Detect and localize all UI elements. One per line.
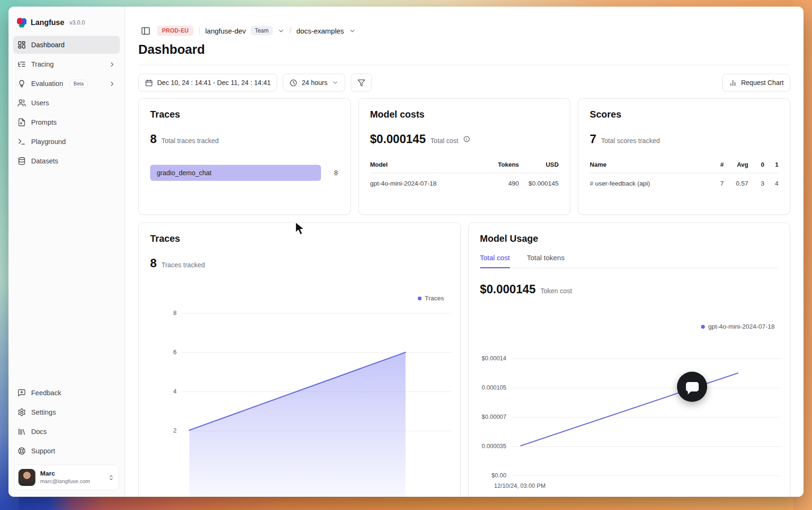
scores-card: Scores 7 Total scores tracked Name # Avg… [578, 98, 790, 215]
library-icon [17, 427, 26, 436]
toolbar: Dec 10, 24 : 14:41 - Dec 11, 24 : 14:41 … [125, 65, 804, 92]
summary-cards-row: Traces 8 Total traces tracked gradio_dem… [125, 92, 804, 215]
model-costs-table: Model Tokens USD gpt-4o-mini-2024-07-18 … [370, 161, 559, 187]
column-header: 0 [748, 161, 764, 168]
tokens-cell: 490 [486, 180, 519, 187]
chat-widget-button[interactable] [677, 372, 707, 402]
model-name-cell: gpt-4o-mini-2024-07-18 [370, 180, 486, 187]
score-one-cell: 4 [764, 180, 778, 187]
line-series [480, 339, 750, 497]
traces-line-chart: 8 6 4 2 [150, 306, 452, 497]
model-costs-card: Model costs $0.000145 Total cost Model T… [358, 98, 571, 215]
page-title: Dashboard [138, 42, 790, 57]
traces-chart-count: 8 [150, 256, 157, 270]
score-name-cell: # user-feedback (api) [590, 180, 705, 187]
sidebar-spacer [13, 170, 120, 384]
sidebar-item-support[interactable]: Support [13, 442, 120, 460]
chart-legend: gpt-4o-mini-2024-07-18 [701, 323, 775, 330]
app-version: v3.0.0 [69, 19, 85, 26]
sidebar-item-label: Settings [31, 408, 56, 416]
sidebar-item-label: Support [31, 447, 55, 455]
sidebar-item-feedback[interactable]: Feedback [13, 384, 120, 402]
area-series [150, 306, 419, 497]
scores-count: 7 [590, 132, 596, 146]
sidebar-item-prompts[interactable]: Prompts [13, 113, 120, 131]
chevron-right-icon [109, 61, 116, 68]
column-header: Avg [724, 161, 748, 168]
dashboard-grid-icon [17, 41, 26, 49]
column-header: Tokens [486, 161, 519, 168]
traces-summary-card: Traces 8 Total traces tracked gradio_dem… [138, 98, 351, 215]
bar-chart-icon [729, 79, 737, 87]
tab-total-cost[interactable]: Total cost [480, 254, 510, 268]
chevron-down-icon[interactable] [349, 27, 356, 34]
request-chart-button[interactable]: Request Chart [722, 74, 790, 92]
table-row: gpt-4o-mini-2024-07-18 490 $0.000145 [370, 173, 559, 187]
file-icon [17, 118, 26, 127]
list-tree-icon [17, 60, 26, 68]
legend-label: gpt-4o-mini-2024-07-18 [708, 323, 775, 330]
org-name[interactable]: langfuse-dev [205, 27, 246, 35]
app-window: Langfuse v3.0.0 Dashboard Tracing Evalua… [8, 7, 804, 497]
chat-bubble-icon [686, 382, 699, 391]
sidebar-item-label: Users [31, 99, 49, 107]
calendar-icon [145, 79, 153, 87]
message-plus-icon [17, 389, 26, 397]
sidebar-item-evaluation[interactable]: Evaluation Beta [13, 75, 120, 93]
sidebar-item-users[interactable]: Users [13, 94, 120, 112]
sidebar-item-dashboard[interactable]: Dashboard [13, 36, 120, 54]
org-type-badge[interactable]: Team [251, 26, 273, 35]
request-chart-label: Request Chart [741, 79, 784, 86]
usd-cell: $0.000145 [519, 180, 558, 187]
breadcrumb: PROD-EU langfuse-dev Team / docs-example… [138, 24, 790, 38]
filter-button[interactable] [351, 74, 372, 92]
sidebar-bottom-nav: Feedback Settings Docs Support [13, 384, 120, 460]
sidebar-item-label: Docs [31, 428, 47, 435]
total-cost-value: $0.000145 [370, 132, 426, 146]
date-range-picker[interactable]: Dec 10, 24 : 14:41 - Dec 11, 24 : 14:41 [138, 74, 277, 92]
terminal-icon [17, 137, 26, 146]
chevron-down-icon [332, 79, 338, 86]
model-usage-card: Model Usage Total cost Total tokens $0.0… [468, 222, 791, 497]
info-icon[interactable] [463, 136, 470, 143]
model-usage-line-chart: $0.00014 0.000105 $0.00007 0.000035 $0.0… [480, 339, 782, 497]
sidebar-item-label: Feedback [31, 389, 61, 397]
card-title: Scores [590, 109, 778, 120]
sidebar-item-label: Datasets [31, 157, 58, 165]
app-name: Langfuse [31, 18, 64, 27]
sidebar-toggle-button[interactable] [138, 24, 152, 38]
user-menu[interactable]: Marc marc@langfuse.com [14, 465, 119, 490]
sidebar-item-settings[interactable]: Settings [13, 403, 120, 421]
interval-value: 24 hours [302, 79, 327, 86]
score-avg-cell: 0.57 [724, 180, 748, 187]
user-email: marc@langfuse.com [40, 478, 90, 484]
scores-count-label: Total scores tracked [601, 137, 660, 144]
sidebar-item-tracing[interactable]: Tracing [13, 55, 120, 73]
column-header: # [705, 161, 724, 168]
sidebar-item-playground[interactable]: Playground [13, 133, 120, 151]
trace-name-bar[interactable]: gradio_demo_chat [150, 165, 321, 181]
database-icon [17, 157, 26, 165]
sidebar-item-label: Dashboard [31, 41, 65, 49]
gear-icon [17, 408, 26, 416]
environment-badge: PROD-EU [157, 26, 194, 36]
card-title: Traces [150, 109, 339, 120]
token-cost-label: Token cost [541, 287, 572, 295]
trace-name-bar-label: gradio_demo_chat [157, 169, 211, 177]
tab-total-tokens[interactable]: Total tokens [527, 254, 565, 268]
breadcrumb-divider [199, 26, 200, 35]
column-header: Model [370, 161, 486, 168]
sidebar-nav: Dashboard Tracing Evaluation Beta Users [13, 36, 120, 170]
project-name[interactable]: docs-examples [296, 27, 344, 35]
model-usage-tabs: Total cost Total tokens [480, 254, 779, 268]
chevron-down-icon[interactable] [278, 27, 285, 34]
sidebar-item-docs[interactable]: Docs [13, 423, 120, 441]
token-cost-value: $0.000145 [480, 282, 536, 296]
chevron-right-icon [109, 80, 116, 87]
sidebar-item-datasets[interactable]: Datasets [13, 152, 120, 170]
users-icon [17, 99, 26, 107]
card-title: Traces [150, 233, 449, 244]
trace-name-bar-value: 8 [334, 169, 339, 177]
app-logo-row: Langfuse v3.0.0 [13, 7, 120, 36]
interval-select[interactable]: 24 hours [283, 74, 345, 92]
